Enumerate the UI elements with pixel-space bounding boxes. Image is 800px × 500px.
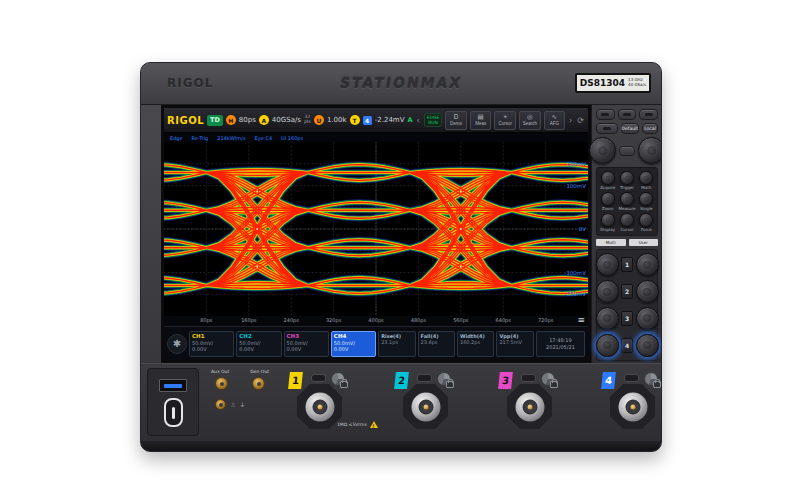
offset-knob-ch2[interactable]	[636, 280, 659, 303]
aux-out-label: Aux Out	[211, 369, 229, 374]
measure-knob[interactable]	[620, 192, 634, 206]
single-knob[interactable]	[639, 192, 653, 206]
horizontal-scale-value[interactable]: 80ps	[239, 116, 256, 124]
afg-menu-button[interactable]: ∿ AFG	[544, 111, 566, 130]
measurement-box[interactable]: Rise(4) 23.1ps	[378, 331, 415, 357]
trigger-mode-indicator: A	[407, 116, 412, 124]
menu-off-button[interactable]	[619, 146, 635, 156]
channel-2-input: 2	[389, 370, 459, 436]
chevron-left-icon[interactable]: ‹	[416, 116, 421, 125]
function-button-grid: Acquire Trigger Math Zoom Measure Single…	[596, 167, 658, 236]
ground-terminal[interactable]	[215, 399, 226, 410]
voltage-axis-label: 100mV	[566, 183, 586, 189]
multifunction-knob-left[interactable]	[589, 137, 616, 164]
channel-1-button[interactable]: 1	[621, 257, 633, 272]
scale-knob-ch1[interactable]	[596, 253, 619, 276]
channel-3-led-button[interactable]	[521, 374, 536, 382]
measure-menu-button[interactable]: ▤ Meas	[470, 111, 492, 130]
utility-badge-icon[interactable]: U	[314, 115, 324, 125]
scale-knob-ch3[interactable]	[596, 307, 619, 330]
channel-3-button[interactable]: 3	[621, 311, 633, 326]
cursor-icon: ⌖	[503, 114, 507, 121]
demo-button[interactable]: D Demo	[445, 111, 467, 130]
channel-4-bnc[interactable]	[609, 383, 656, 430]
offset-knob-ch3[interactable]	[636, 307, 659, 330]
cursor-knob[interactable]	[620, 213, 634, 227]
meas-item: Edge	[170, 135, 183, 141]
time-tick-label: 320ps	[326, 317, 341, 323]
page-background: RIGOL STATIONMAX DS81304 13 GHz 40 GSa/s…	[0, 0, 800, 500]
scale-knob-ch4[interactable]	[596, 334, 619, 357]
offset-knob-ch4[interactable]	[636, 334, 659, 357]
user-strip-button[interactable]: User	[629, 239, 659, 246]
eye-diagram-plot	[164, 142, 588, 316]
cursor-menu-button[interactable]: ⌖ Cursor	[494, 111, 516, 130]
voltage-axis-label: -100mV	[564, 270, 586, 276]
channel-2-led-button[interactable]	[417, 374, 432, 382]
measurement-box[interactable]: Width(4) 160.2ps	[457, 331, 494, 357]
touchlock-button[interactable]	[596, 123, 618, 134]
toolbar: RIGOL TD H 80ps A 40GSa/s 32pts U 1.00k …	[164, 108, 588, 133]
math-knob[interactable]	[639, 171, 653, 185]
time-tick-label: 640ps	[496, 317, 511, 323]
datetime-box[interactable]: 17:48:19 2021/05/21	[536, 331, 585, 357]
chevron-right-icon[interactable]: ›	[568, 116, 573, 125]
auto-button[interactable]	[596, 109, 615, 120]
acquire-knob[interactable]	[601, 171, 615, 185]
search-menu-button[interactable]: ◎ Search	[519, 111, 541, 130]
meas-item: Re-Trig	[192, 135, 209, 141]
trigger-badge-icon[interactable]: T	[350, 115, 360, 125]
channel-box-ch2[interactable]: CH2 50.0mV/ 0.00V	[236, 331, 281, 357]
runstop-button[interactable]	[618, 109, 637, 120]
square-wave-icon: ⎍	[231, 402, 235, 408]
display-knob[interactable]	[601, 213, 615, 227]
multifunction-knob-right[interactable]	[638, 137, 662, 164]
gen-out-connector[interactable]	[252, 377, 265, 390]
trigger-source-badge[interactable]: 4	[363, 116, 372, 125]
sample-badge-icon[interactable]: A	[259, 115, 269, 125]
default-button[interactable]: Default	[621, 123, 639, 134]
measurement-box[interactable]: Vpp(4) 217.5mV	[496, 331, 533, 357]
offset-knob-ch1[interactable]	[636, 253, 659, 276]
force-knob[interactable]	[639, 213, 653, 227]
channel-3-tab: 3	[498, 372, 513, 389]
voltage-axis-label: -150mV	[564, 291, 586, 297]
series-logo: STATIONMAX	[338, 75, 463, 91]
multi-strip-button[interactable]: Multi	[596, 239, 626, 246]
channel-4-tab: 4	[601, 372, 616, 389]
channel-3-bnc[interactable]	[506, 383, 553, 430]
ground-icon: ⏚	[240, 402, 244, 408]
channel-box-ch3[interactable]: CH3 50.0mV/ 0.00V	[284, 331, 329, 357]
refresh-icon[interactable]: ⟳	[576, 116, 585, 125]
channel-4-input: 4	[596, 370, 662, 436]
channel-1-led-button[interactable]	[311, 374, 326, 382]
channel-4-button[interactable]: 4	[621, 338, 633, 353]
gear-icon[interactable]: ✱	[167, 334, 187, 354]
aux-out-connector[interactable]	[215, 377, 228, 390]
channel-2-button[interactable]: 2	[621, 284, 633, 299]
channel-box-ch4[interactable]: CH4 50.0mV/ 0.00V	[331, 331, 376, 357]
power-button[interactable]	[164, 398, 183, 427]
channel-4-led-button[interactable]	[624, 374, 639, 382]
single-button[interactable]	[639, 109, 658, 120]
measure-icon: ▤	[478, 114, 484, 121]
meas-item: UI 160ps	[281, 135, 303, 141]
horizontal-badge-icon[interactable]: H	[226, 115, 236, 125]
measurement-box[interactable]: Fall(4) 23.4ps	[418, 331, 455, 357]
channel-box-ch1[interactable]: CH1 50.0mV/ 0.00V	[189, 331, 234, 357]
time-tick-label: 480ps	[411, 317, 426, 323]
front-panel: Aux Out Gen Out ⎍ ⏚ 1MΩ ≤5Vrms ! 1	[141, 363, 661, 441]
channel-2-bnc[interactable]	[402, 383, 449, 430]
meas-item: Eye:C4	[255, 135, 273, 141]
channel-1-bnc[interactable]	[296, 383, 343, 430]
waveform-display[interactable]: 150mV 100mV 0V -100mV -150mV	[164, 142, 588, 316]
usb-port[interactable]	[159, 379, 187, 392]
local-button[interactable]: Local	[642, 123, 658, 134]
zoom-knob[interactable]	[601, 192, 615, 206]
model-specs: 13 GHz 40 GSa/s	[628, 78, 646, 87]
acquisition-mode-badge[interactable]: TD	[207, 115, 223, 126]
demo-icon: D	[454, 114, 459, 121]
hamburger-menu-icon[interactable]: ≡	[577, 315, 585, 325]
trigger-knob[interactable]	[620, 171, 634, 185]
scale-knob-ch2[interactable]	[596, 280, 619, 303]
